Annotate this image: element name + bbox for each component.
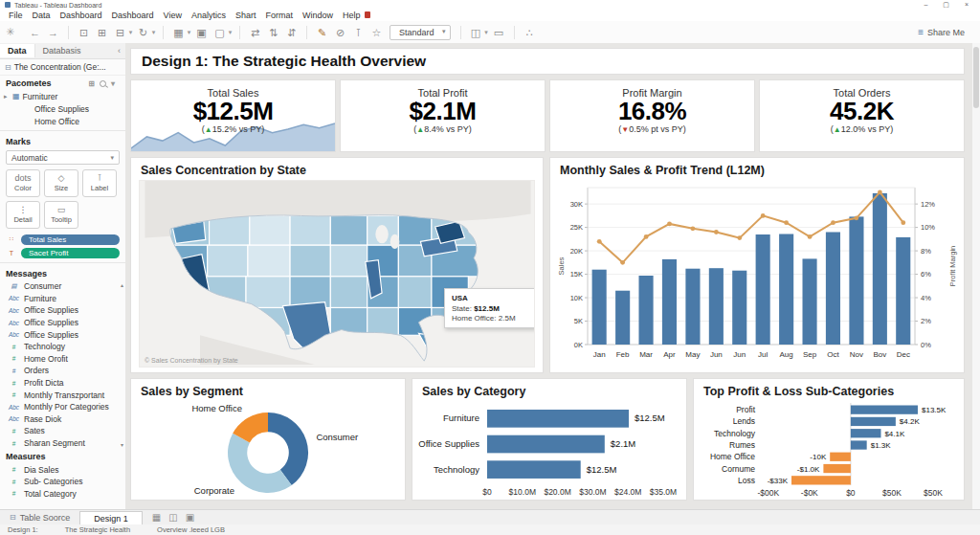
kpi-card[interactable]: Total Sales $12.5M (▲15.2% vs PY): [130, 79, 336, 152]
mark-button[interactable]: dots Color: [6, 169, 40, 197]
field-item[interactable]: Abc Office Supplies: [0, 317, 125, 329]
maximize-button[interactable]: ▢: [943, 1, 949, 9]
mark-button[interactable]: ⊺ Label: [82, 169, 117, 197]
show-labels-button[interactable]: ⊺: [351, 23, 366, 42]
field-item[interactable]: # Sharan Segment: [0, 437, 125, 450]
add-datasource-button[interactable]: ⊞: [95, 23, 109, 42]
share-me-button[interactable]: ≡ Share Me: [918, 27, 974, 37]
segment-card[interactable]: Sales by Segment ConsumerCorporateHome O…: [130, 378, 406, 501]
sort-ascending-button[interactable]: ⇅: [266, 23, 280, 42]
field-pill[interactable]: Sacet Profit: [21, 248, 120, 258]
category-bar-chart[interactable]: Furniture$12.5MOffice Supplies$2.1MTechn…: [418, 401, 680, 499]
new-worksheet-tab-icon[interactable]: ▦: [152, 512, 161, 523]
field-item[interactable]: # Home Orofit: [0, 353, 125, 366]
duplicate-button[interactable]: ▣: [194, 23, 209, 42]
trend-card[interactable]: Monthly Sales & Profit Trend (L12M) 0K5K…: [549, 157, 965, 373]
menu-item[interactable]: Shart: [231, 11, 261, 20]
field-label: Consumer: [24, 281, 61, 291]
active-sheet-tab[interactable]: Design 1: [79, 511, 143, 524]
menu-item[interactable]: Window: [298, 11, 338, 20]
minimize-button[interactable]: –: [924, 1, 927, 9]
scroll-down-icon[interactable]: ▾: [121, 441, 123, 448]
datasource-row[interactable]: ⊟ The Concentration (Ge:...: [0, 59, 125, 76]
show-me-button[interactable]: ☆: [369, 23, 384, 42]
field-item[interactable]: Abc Furniture: [0, 293, 125, 305]
search-icon[interactable]: [100, 80, 106, 87]
share-button[interactable]: ∴: [523, 23, 537, 42]
fields-menu-caret-icon[interactable]: ▾: [111, 79, 115, 88]
mark-type-select[interactable]: Automatic ▾: [6, 150, 120, 165]
field-item[interactable]: # Monthly Transzportant: [0, 389, 125, 401]
clear-sheet-button[interactable]: ▢: [212, 23, 227, 42]
segment-donut-chart[interactable]: ConsumerCorporateHome Office: [137, 401, 399, 499]
pause-caret-icon[interactable]: ▾: [127, 23, 134, 42]
measure-item[interactable]: # Dia Sales: [0, 463, 125, 476]
sort-descending-button[interactable]: ⇵: [284, 23, 299, 42]
fit-selector[interactable]: Standard: [390, 25, 451, 40]
share-me-label: Share Me: [927, 28, 965, 37]
menu-item[interactable]: View: [159, 11, 187, 20]
vertical-scrollbar[interactable]: [972, 43, 980, 510]
profit-loss-card[interactable]: Top Profit & Loss Sub-Categories Profit$…: [693, 378, 965, 501]
tab-analytics[interactable]: Databasis: [35, 44, 89, 57]
tree-item[interactable]: ▸ ▦ Furniturer: [0, 90, 125, 102]
menu-item[interactable]: File: [4, 11, 28, 20]
tree-item[interactable]: Office Supplies: [0, 102, 125, 115]
tree-item[interactable]: Home Office: [0, 115, 125, 127]
save-button[interactable]: ⊡: [77, 23, 91, 42]
view-as-grid-icon[interactable]: ⊞: [88, 79, 95, 88]
pause-updates-button[interactable]: ⊟: [113, 23, 127, 42]
close-button[interactable]: ×: [965, 1, 969, 9]
field-item[interactable]: Abc Rase Diok: [0, 413, 125, 426]
menu-item[interactable]: Help: [338, 11, 366, 20]
new-story-tab-icon[interactable]: ▣: [186, 512, 194, 523]
fit-axes-button[interactable]: ◫: [469, 23, 483, 42]
new-dashboard-tab-icon[interactable]: ◫: [168, 512, 177, 523]
tab-data[interactable]: Data: [0, 44, 35, 57]
group-members-button[interactable]: ⊘: [333, 23, 347, 42]
menu-item[interactable]: Format: [260, 11, 298, 20]
highlight-button[interactable]: ✎: [315, 23, 329, 42]
refresh-button[interactable]: ↻: [136, 23, 150, 42]
kpi-card[interactable]: Total Profit $2.1M (▲8.4% vs PY): [340, 79, 546, 152]
mark-button[interactable]: ◇ Size: [44, 169, 78, 197]
menu-item[interactable]: Dashboard: [56, 11, 107, 20]
map-card[interactable]: Sales Concentration by State: [130, 157, 544, 373]
mark-button[interactable]: ▭ Tooltip: [44, 201, 78, 229]
field-item[interactable]: Abc Office Supplies: [0, 328, 125, 341]
refresh-caret-icon[interactable]: ▾: [150, 23, 157, 42]
field-item[interactable]: # Orders: [0, 365, 125, 377]
redo-button[interactable]: →: [46, 23, 60, 42]
trend-chart[interactable]: 0K5K10K15K20K25K30K0%2%4%6%8%10%12%JanFe…: [553, 180, 961, 369]
datasource-tab[interactable]: ⊟ Table Soorce: [0, 510, 79, 524]
swap-rows-columns-button[interactable]: ⇄: [248, 23, 262, 42]
menu-item[interactable]: Data: [28, 11, 56, 20]
mark-button[interactable]: ⋮ Detail: [6, 201, 40, 229]
measure-item[interactable]: # Sub- Categories: [0, 476, 125, 488]
clear-caret-icon[interactable]: ▾: [227, 23, 234, 42]
scroll-up-icon[interactable]: ▴: [121, 281, 123, 288]
kpi-card[interactable]: Profit Margin 16.8% (▼0.5% pt vs PY): [549, 79, 755, 152]
presentation-mode-button[interactable]: ▭: [492, 23, 506, 42]
fit-caret-icon[interactable]: ▾: [483, 23, 490, 42]
menu-item[interactable]: Dashboard: [107, 11, 159, 20]
field-pill[interactable]: Total Sales: [21, 234, 120, 245]
expander-icon[interactable]: ▸: [4, 93, 10, 100]
map-area[interactable]: USA State: $12.5M Home Office: 2.5M © Sa…: [139, 180, 535, 368]
new-worksheet-button[interactable]: ▦: [171, 23, 186, 42]
measure-item[interactable]: # Total Category: [0, 488, 125, 501]
new-sheet-caret-icon[interactable]: ▾: [186, 23, 192, 42]
category-card[interactable]: Sales by Category Furniture$12.5MOffice …: [412, 378, 687, 501]
field-item[interactable]: # Profit Dicta: [0, 377, 125, 390]
field-item[interactable]: # Technology: [0, 341, 125, 353]
us-map[interactable]: [140, 181, 535, 365]
field-item[interactable]: Abc Monthly Por Categories: [0, 401, 125, 413]
field-item[interactable]: ▤ Consumer: [0, 280, 125, 293]
profit-loss-bar-chart[interactable]: Profit$13.5KLends$4.2KTechnology$4.1KRum…: [700, 401, 958, 499]
menu-item[interactable]: Analytics: [187, 11, 231, 20]
kpi-card[interactable]: Total Orders 45.2K (▲12.0% vs PY): [759, 79, 965, 152]
field-item[interactable]: # Sates: [0, 425, 125, 437]
undo-button[interactable]: ←: [28, 23, 42, 42]
field-item[interactable]: Abc Office Supplies: [0, 304, 125, 317]
collapse-pane-icon[interactable]: ‹: [118, 46, 125, 56]
